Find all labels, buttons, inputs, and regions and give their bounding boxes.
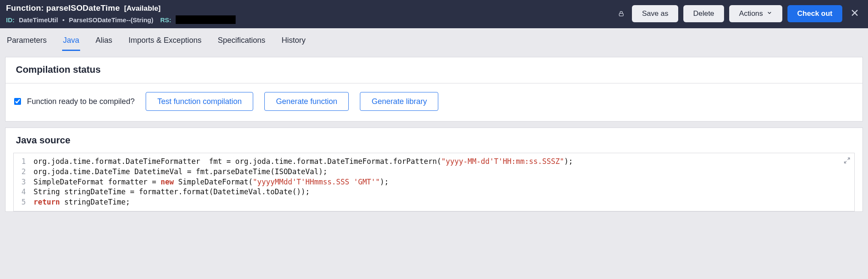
id-row: ID: DateTimeUtil • ParseISODateTime--(St…: [6, 15, 236, 24]
id-class: DateTimeUtil: [19, 16, 58, 24]
rs-value-redacted: [176, 15, 236, 24]
line-number: 5: [20, 197, 27, 208]
line-number: 4: [20, 187, 27, 197]
svg-line-4: [844, 161, 847, 163]
check-out-button[interactable]: Check out: [787, 5, 842, 22]
tab-specifications[interactable]: Specifications: [217, 33, 266, 51]
compilation-body: Function ready to be compiled? Test func…: [6, 83, 862, 121]
chevron-down-icon: [766, 9, 772, 18]
ready-label: Function ready to be compiled?: [27, 97, 135, 106]
code-line[interactable]: org.joda.time.DateTime DatetimeVal = fmt…: [33, 167, 850, 177]
tab-imports-exceptions[interactable]: Imports & Exceptions: [128, 33, 202, 51]
delete-button[interactable]: Delete: [683, 5, 724, 22]
code-line[interactable]: return stringDateTime;: [33, 197, 850, 208]
rs-label: RS:: [160, 16, 171, 24]
line-number: 1: [20, 157, 27, 167]
code-line[interactable]: SimpleDateFormat formatter = new SimpleD…: [33, 177, 850, 187]
id-label: ID:: [6, 16, 15, 24]
generate-function-button[interactable]: Generate function: [264, 92, 349, 111]
actions-dropdown-button[interactable]: Actions: [729, 5, 782, 22]
ready-checkbox[interactable]: [14, 98, 21, 105]
tab-java[interactable]: Java: [62, 33, 80, 51]
code-area: 12345 org.joda.time.format.DateTimeForma…: [14, 153, 854, 211]
expand-icon[interactable]: [842, 156, 852, 165]
line-number: 2: [20, 167, 27, 177]
title-row: Function: parseISODateTime [Available]: [6, 3, 236, 13]
java-source-panel: Java source 12345 org.joda.time.format.D…: [5, 128, 863, 212]
header-left: Function: parseISODateTime [Available] I…: [6, 3, 236, 24]
function-name: parseISODateTime: [46, 3, 120, 12]
ready-checkbox-row[interactable]: Function ready to be compiled?: [14, 97, 135, 106]
availability-badge: [Available]: [124, 4, 161, 13]
svg-line-3: [847, 158, 850, 160]
svg-rect-0: [620, 13, 623, 16]
header-actions: Save as Delete Actions Check out: [617, 5, 862, 22]
id-separator: •: [62, 16, 64, 24]
page-header: Function: parseISODateTime [Available] I…: [0, 0, 868, 28]
tab-history[interactable]: History: [281, 33, 306, 51]
test-compilation-button[interactable]: Test function compilation: [146, 92, 253, 111]
id-signature: ParseISODateTime--(String): [69, 16, 153, 24]
java-source-title: Java source: [6, 128, 862, 150]
tab-parameters[interactable]: Parameters: [6, 33, 48, 51]
code-editor[interactable]: 12345 org.joda.time.format.DateTimeForma…: [13, 153, 855, 211]
code-lines[interactable]: org.joda.time.format.DateTimeFormatter f…: [31, 153, 854, 211]
code-line[interactable]: org.joda.time.format.DateTimeFormatter f…: [33, 157, 850, 167]
close-icon[interactable]: [847, 7, 862, 21]
line-gutter: 12345: [14, 153, 31, 211]
lock-icon: [617, 9, 625, 18]
generate-library-button[interactable]: Generate library: [360, 92, 438, 111]
line-number: 3: [20, 177, 27, 187]
actions-label: Actions: [739, 9, 763, 18]
compilation-title: Compilation status: [6, 57, 862, 83]
tab-alias[interactable]: Alias: [95, 33, 113, 51]
save-as-button[interactable]: Save as: [632, 5, 678, 22]
code-line[interactable]: String stringDateTime = formatter.format…: [33, 187, 850, 197]
compilation-panel: Compilation status Function ready to be …: [5, 57, 863, 122]
function-label: Function: parseISODateTime: [6, 3, 120, 13]
tab-bar: Parameters Java Alias Imports & Exceptio…: [0, 28, 868, 51]
